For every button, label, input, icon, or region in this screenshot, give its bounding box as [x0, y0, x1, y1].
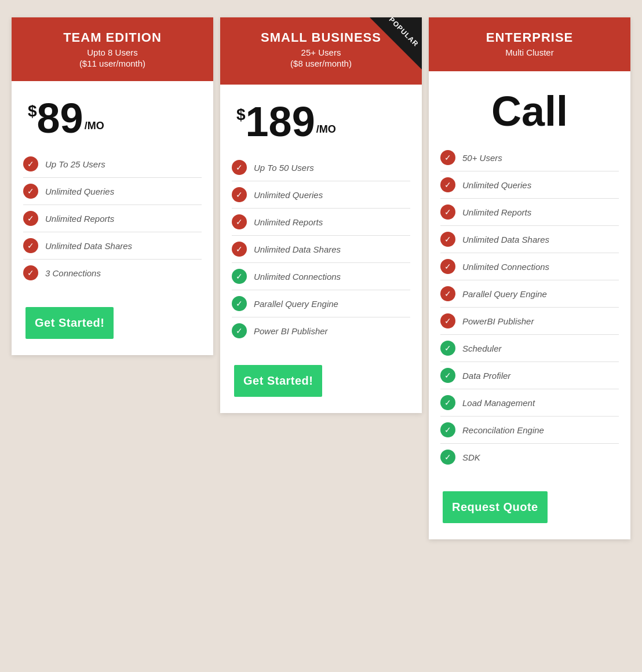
feature-label: Parallel Query Engine — [254, 299, 338, 309]
feature-label: Unlimited Data Shares — [462, 235, 549, 244]
check-icon: ✓ — [23, 238, 38, 253]
check-icon: ✓ — [440, 232, 455, 247]
team-price-note: ($11 user/month) — [21, 59, 204, 68]
check-icon: ✓ — [440, 450, 455, 465]
team-price-display: $ 89 /MO — [28, 97, 197, 139]
team-features-list: ✓ Up To 25 Users ✓ Unlimited Queries ✓ U… — [12, 151, 213, 298]
feature-label: Unlimited Reports — [462, 207, 531, 217]
list-item: ✓ Up To 25 Users — [23, 151, 202, 178]
plan-card-team: TEAM EDITION Upto 8 Users ($11 user/mont… — [12, 17, 213, 355]
feature-label: Reconcilation Engine — [462, 425, 544, 435]
enterprise-header: ENTERPRISE Multi Cluster — [429, 17, 630, 71]
small-business-price-mo: /MO — [316, 123, 336, 136]
team-price-dollar: $ — [28, 102, 37, 120]
team-cta-button[interactable]: Get Started! — [25, 307, 114, 339]
enterprise-price-call: Call — [429, 71, 630, 144]
small-business-price-amount: 189 — [246, 101, 315, 143]
check-icon: ✓ — [23, 265, 38, 280]
enterprise-cta-button[interactable]: Request Quote — [443, 491, 548, 523]
enterprise-subtitle: Multi Cluster — [438, 48, 621, 57]
feature-label: Unlimited Connections — [462, 262, 549, 272]
plan-card-enterprise: ENTERPRISE Multi Cluster Call ✓ 50+ User… — [429, 17, 630, 539]
feature-label: Unlimited Reports — [254, 217, 323, 227]
check-icon: ✓ — [232, 160, 247, 175]
feature-label: Power BI Publisher — [254, 326, 328, 336]
feature-label: Unlimited Reports — [45, 214, 114, 224]
feature-label: Up To 25 Users — [45, 159, 105, 169]
team-price-section: $ 89 /MO — [12, 81, 213, 151]
feature-label: SDK — [462, 452, 480, 462]
list-item: ✓ Data Profiler — [440, 362, 619, 389]
check-icon: ✓ — [440, 177, 455, 192]
check-icon: ✓ — [440, 422, 455, 437]
feature-label: Scheduler — [462, 344, 502, 353]
pricing-container: TEAM EDITION Upto 8 Users ($11 user/mont… — [12, 17, 630, 539]
list-item: ✓ Parallel Query Engine — [440, 280, 619, 308]
feature-label: Unlimited Data Shares — [254, 244, 341, 254]
check-icon: ✓ — [440, 204, 455, 220]
check-icon: ✓ — [232, 269, 247, 284]
feature-label: Data Profiler — [462, 371, 510, 381]
small-business-features-list: ✓ Up To 50 Users ✓ Unlimited Queries ✓ U… — [220, 154, 422, 356]
list-item: ✓ Power BI Publisher — [232, 317, 410, 344]
list-item: ✓ 3 Connections — [23, 260, 202, 286]
enterprise-title: ENTERPRISE — [438, 30, 621, 45]
list-item: ✓ Unlimited Reports — [440, 199, 619, 226]
check-icon: ✓ — [232, 242, 247, 257]
list-item: ✓ Unlimited Data Shares — [232, 236, 410, 263]
list-item: ✓ 50+ Users — [440, 144, 619, 171]
list-item: ✓ Unlimited Reports — [23, 205, 202, 232]
feature-label: Up To 50 Users — [254, 163, 314, 173]
check-icon: ✓ — [440, 150, 455, 165]
check-icon: ✓ — [23, 211, 38, 226]
feature-label: PowerBI Publisher — [462, 316, 534, 326]
small-business-price-dollar: $ — [236, 105, 246, 124]
check-icon: ✓ — [23, 184, 38, 199]
list-item: ✓ Up To 50 Users — [232, 154, 410, 181]
enterprise-features-list: ✓ 50+ Users ✓ Unlimited Queries ✓ Unlimi… — [429, 144, 630, 482]
list-item: ✓ PowerBI Publisher — [440, 308, 619, 335]
feature-label: Parallel Query Engine — [462, 289, 547, 299]
check-icon: ✓ — [440, 313, 455, 328]
small-business-price-section: $ 189 /MO — [220, 85, 422, 154]
check-icon: ✓ — [440, 259, 455, 274]
list-item: ✓ Unlimited Queries — [23, 178, 202, 205]
list-item: ✓ Scheduler — [440, 335, 619, 362]
popular-badge: POPULAR — [370, 17, 422, 70]
team-title: TEAM EDITION — [21, 30, 204, 45]
list-item: ✓ Unlimited Queries — [440, 171, 619, 199]
feature-label: Unlimited Queries — [462, 180, 531, 190]
small-business-cta-button[interactable]: Get Started! — [234, 365, 322, 397]
small-business-price-display: $ 189 /MO — [236, 101, 406, 143]
list-item: ✓ Parallel Query Engine — [232, 290, 410, 317]
feature-label: Unlimited Queries — [45, 187, 114, 196]
check-icon: ✓ — [440, 368, 455, 383]
team-header: TEAM EDITION Upto 8 Users ($11 user/mont… — [12, 17, 213, 81]
team-subtitle: Upto 8 Users — [21, 48, 204, 57]
list-item: ✓ Unlimited Data Shares — [23, 232, 202, 260]
list-item: ✓ Unlimited Connections — [232, 263, 410, 290]
list-item: ✓ Unlimited Queries — [232, 181, 410, 209]
popular-badge-text: POPULAR — [388, 17, 420, 48]
list-item: ✓ Unlimited Connections — [440, 253, 619, 280]
plan-card-small-business: POPULAR SMALL BUSINESS 25+ Users ($8 use… — [220, 17, 422, 413]
feature-label: 50+ Users — [462, 153, 502, 163]
feature-label: 3 Connections — [45, 268, 101, 278]
check-icon: ✓ — [23, 156, 38, 171]
feature-label: Unlimited Queries — [254, 190, 323, 200]
check-icon: ✓ — [440, 341, 455, 356]
check-icon: ✓ — [232, 296, 247, 311]
check-icon: ✓ — [232, 214, 247, 229]
check-icon: ✓ — [232, 323, 247, 338]
check-icon: ✓ — [440, 286, 455, 301]
list-item: ✓ Reconcilation Engine — [440, 417, 619, 444]
list-item: ✓ Unlimited Data Shares — [440, 226, 619, 253]
feature-label: Unlimited Connections — [254, 272, 341, 282]
list-item: ✓ Load Management — [440, 389, 619, 417]
list-item: ✓ SDK — [440, 444, 619, 470]
check-icon: ✓ — [440, 395, 455, 410]
feature-label: Unlimited Data Shares — [45, 241, 132, 251]
team-price-amount: 89 — [37, 97, 83, 139]
feature-label: Load Management — [462, 398, 535, 408]
team-price-mo: /MO — [85, 120, 104, 132]
